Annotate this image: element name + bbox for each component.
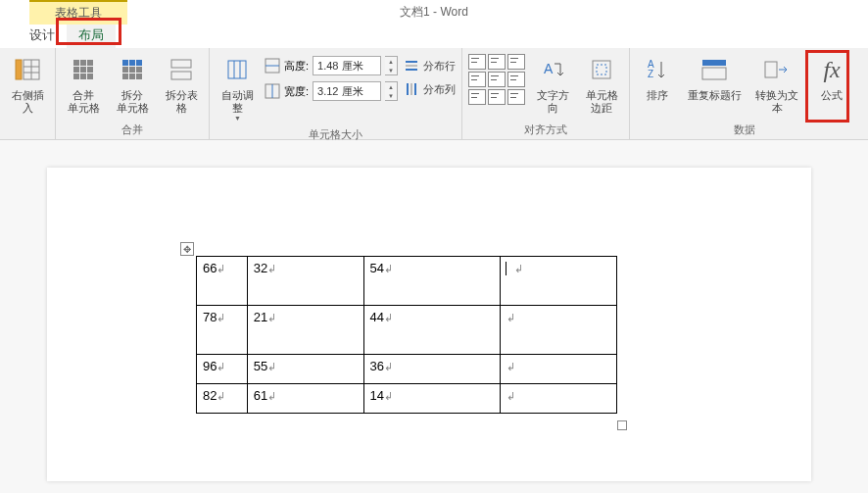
align-tc[interactable] [488, 54, 506, 70]
svg-rect-5 [171, 60, 191, 68]
group-merge: 合并 单元格 拆分 单元格 拆分表格 合并 [56, 48, 210, 139]
split-cells-button[interactable]: 拆分 单元格 [111, 52, 154, 117]
size-group-label: 单元格大小 [216, 125, 456, 142]
window-title: 文档1 - Word [400, 4, 468, 21]
insert-right-button[interactable]: 右侧插入 [6, 52, 49, 117]
align-bc[interactable] [488, 89, 506, 105]
group-rows-cols: 右侧插入 [0, 48, 56, 139]
svg-rect-22 [597, 65, 606, 74]
text-cursor [506, 262, 506, 275]
sort-button[interactable]: AZ 排序 [636, 52, 679, 104]
merge-cells-label: 合并 单元格 [68, 89, 100, 115]
height-spinner[interactable]: ▲▼ [385, 56, 398, 75]
table-resize-handle[interactable] [617, 420, 627, 430]
insert-right-label: 右侧插入 [8, 89, 47, 115]
split-cells-label: 拆分 单元格 [117, 89, 149, 115]
table-row[interactable]: 66↲ 32↲ 54↲ ↲ [197, 257, 617, 306]
height-row: 高度: ▲▼ [265, 56, 398, 75]
cell-margins-icon [586, 54, 617, 85]
convert-text-button[interactable]: 转换为文本 [749, 52, 804, 117]
document-area[interactable]: ✥ 66↲ 32↲ 54↲ ↲ 78↲ 21↲ 44↲ ↲ 96↲ 55↲ 36… [0, 140, 868, 493]
text-direction-button[interactable]: A 文字方向 [531, 52, 574, 117]
repeat-header-button[interactable]: 重复标题行 [685, 52, 744, 104]
svg-rect-7 [228, 61, 246, 78]
split-table-icon [166, 54, 197, 85]
merge-cells-button[interactable]: 合并 单元格 [62, 52, 105, 117]
svg-text:Z: Z [648, 69, 653, 79]
highlight-formula-button [805, 50, 849, 123]
convert-text-icon [761, 54, 793, 85]
data-group-label: 数据 [636, 121, 853, 137]
align-tr[interactable] [507, 54, 525, 70]
svg-text:A: A [544, 61, 554, 76]
align-mr[interactable] [507, 72, 525, 87]
group-alignment: A 文字方向 单元格 边距 对齐方式 [462, 48, 630, 139]
repeat-header-label: 重复标题行 [688, 89, 742, 102]
ribbon: 右侧插入 合并 单元格 拆分 单元格 拆分表格 [0, 48, 868, 140]
table-move-handle[interactable]: ✥ [180, 242, 194, 256]
cell-margins-label: 单元格 边距 [586, 89, 618, 115]
split-cells-icon [117, 54, 148, 85]
width-input[interactable] [313, 81, 381, 101]
svg-rect-4 [16, 60, 22, 79]
group-cell-size: 自动调整 ▼ 高度: ▲▼ 宽度: ▲▼ [210, 48, 462, 139]
width-icon [265, 83, 280, 99]
align-group-label: 对齐方式 [468, 121, 623, 137]
distribute-cols-icon [404, 81, 419, 97]
svg-rect-6 [171, 72, 191, 79]
svg-rect-21 [593, 61, 610, 78]
page: ✥ 66↲ 32↲ 54↲ ↲ 78↲ 21↲ 44↲ ↲ 96↲ 55↲ 36… [47, 168, 811, 481]
word-table[interactable]: 66↲ 32↲ 54↲ ↲ 78↲ 21↲ 44↲ ↲ 96↲ 55↲ 36↲ … [196, 256, 617, 414]
merge-group-label: 合并 [62, 121, 203, 137]
align-br[interactable] [507, 89, 525, 105]
align-ml[interactable] [468, 72, 486, 87]
ribbon-tabs: 设计 布局 [0, 24, 868, 48]
text-direction-icon: A [537, 54, 568, 85]
autofit-button[interactable]: 自动调整 ▼ [216, 52, 259, 125]
alignment-grid [468, 52, 525, 105]
width-spinner[interactable]: ▲▼ [385, 81, 398, 101]
align-bl[interactable] [468, 89, 486, 105]
svg-rect-27 [765, 62, 777, 77]
sort-icon: AZ [642, 54, 673, 85]
distribute-rows-button[interactable]: 分布行 [404, 58, 456, 74]
table-row[interactable]: 78↲ 21↲ 44↲ ↲ [197, 306, 617, 355]
highlight-layout-tab [56, 18, 121, 45]
table-row[interactable]: 82↲ 61↲ 14↲ ↲ [197, 384, 617, 414]
height-icon [265, 58, 280, 74]
autofit-icon [221, 54, 253, 85]
chevron-down-icon: ▼ [234, 115, 241, 123]
width-row: 宽度: ▲▼ [265, 81, 398, 101]
align-mc[interactable] [488, 72, 506, 87]
table-row[interactable]: 96↲ 55↲ 36↲ ↲ [197, 355, 617, 384]
height-label: 高度: [284, 59, 309, 74]
text-direction-label: 文字方向 [533, 89, 572, 115]
align-tl[interactable] [468, 54, 486, 70]
sort-label: 排序 [647, 89, 668, 102]
insert-right-icon [12, 54, 43, 85]
svg-rect-25 [702, 60, 726, 66]
width-label: 宽度: [284, 84, 309, 99]
distribute-rows-icon [404, 58, 419, 74]
distribute-cols-button[interactable]: 分布列 [404, 81, 456, 97]
distribute-cols-label: 分布列 [423, 82, 456, 97]
split-table-button[interactable]: 拆分表格 [160, 52, 203, 117]
cell-margins-button[interactable]: 单元格 边距 [580, 52, 623, 117]
convert-text-label: 转换为文本 [751, 89, 802, 115]
merge-cells-icon [68, 54, 99, 85]
svg-rect-26 [702, 68, 726, 79]
title-bar: 表格工具 文档1 - Word [0, 0, 868, 24]
split-table-label: 拆分表格 [162, 89, 201, 115]
autofit-label: 自动调整 [217, 89, 257, 115]
height-input[interactable] [313, 56, 381, 75]
repeat-header-icon [699, 54, 730, 85]
distribute-rows-label: 分布行 [423, 59, 456, 74]
